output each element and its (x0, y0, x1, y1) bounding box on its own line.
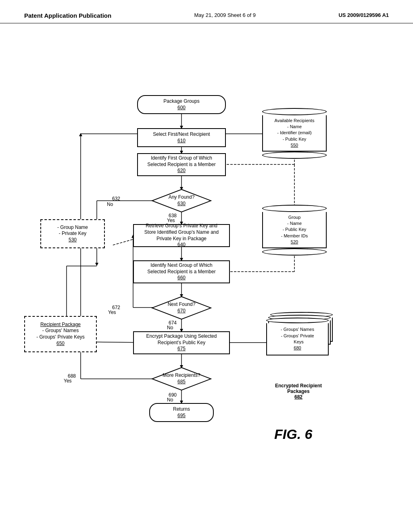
package-groups-label: Package Groups 600 (163, 98, 199, 111)
recipient-package-label: Recipient Package - Groups' Names - Grou… (36, 322, 85, 347)
retrieve-store-label: Retrieve Group's Private Key and Store I… (144, 223, 219, 248)
returns-box: Returns 695 (149, 403, 214, 422)
label-yes-672: Yes (108, 310, 116, 315)
more-recipients-shape: More Recipients? 685 (151, 367, 212, 391)
any-found-shape: Any Found? 630 (151, 189, 212, 213)
encrypted-packages-cylinders: - Groups' Names- Groups' Private Keys680 (266, 318, 331, 392)
label-632: 632 (112, 196, 120, 202)
returns-label: Returns 695 (173, 406, 190, 419)
group-store-cylinder: Group- Name- Public Key- Member IDs520 (262, 205, 327, 256)
svg-marker-26 (79, 133, 82, 136)
page-header: Patent Application Publication May 21, 2… (0, 0, 413, 23)
label-no-690: No (167, 397, 173, 403)
next-found-diamond: Next Found? 670 (151, 296, 212, 320)
publication-title: Patent Application Publication (24, 12, 111, 19)
package-groups-box: Package Groups 600 (137, 95, 226, 114)
group-store-label: Group- Name- Public Key- Member IDs520 (281, 214, 308, 245)
figure-label: FIG. 6 (274, 426, 312, 442)
more-recipients-diamond: More Recipients? 685 (151, 367, 212, 391)
any-found-label: Any Found? 630 (169, 194, 195, 207)
more-recipients-label: More Recipients? 685 (163, 372, 200, 385)
next-found-label: Next Found? 670 (168, 301, 196, 314)
group-name-pk-label: - Group Name - Private Key 530 (57, 224, 88, 243)
select-recipient-label: Select First/Next Recipient 610 (153, 131, 210, 144)
flowchart-diagram: Package Groups 600 Select First/Next Rec… (0, 27, 413, 511)
encrypted-data-label: - Groups' Names- Groups' Private Keys680 (281, 326, 314, 351)
group-name-pk-box: - Group Name - Private Key 530 (40, 219, 105, 248)
recipient-package-box: Recipient Package - Groups' Names - Grou… (24, 316, 97, 352)
encrypted-packages-label: Encrypted Recipient Packages 682 (266, 383, 331, 400)
identify-first-box: Identify First Group of Which Selected R… (137, 153, 226, 176)
label-no-674: No (167, 325, 173, 330)
identify-next-label: Identify Next Group of Which Selected Re… (147, 262, 215, 281)
encrypt-box: Encrypt Package Using Selected Recipient… (133, 331, 230, 354)
label-yes-638: Yes (167, 218, 175, 223)
label-yes-688: Yes (64, 378, 72, 384)
encrypt-label: Encrypt Package Using Selected Recipient… (146, 333, 217, 352)
retrieve-store-box: Retrieve Group's Private Key and Store I… (133, 224, 230, 247)
label-no-632: No (107, 202, 113, 207)
any-found-diamond: Any Found? 630 (151, 189, 212, 213)
patent-number: US 2009/0129596 A1 (338, 12, 389, 18)
sheet-info: May 21, 2009 Sheet 6 of 9 (194, 12, 256, 18)
svg-marker-8 (95, 263, 98, 266)
identify-first-label: Identify First Group of Which Selected R… (147, 155, 215, 174)
identify-next-box: Identify Next Group of Which Selected Re… (133, 260, 230, 283)
available-recipients-cylinder: Available Recipients- Name- Identifier (… (262, 108, 327, 159)
next-found-shape: Next Found? 670 (151, 296, 212, 320)
select-recipient-box: Select First/Next Recipient 610 (137, 128, 226, 147)
available-recipients-label: Available Recipients- Name- Identifier (… (275, 118, 315, 149)
